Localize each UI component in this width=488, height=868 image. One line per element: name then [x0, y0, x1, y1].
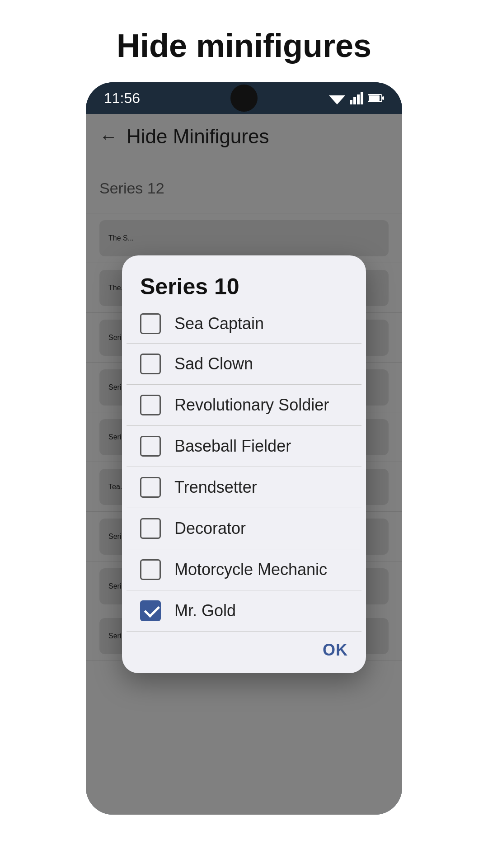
ok-button[interactable]: OK	[323, 641, 348, 660]
checkbox-sad-clown[interactable]	[140, 354, 161, 374]
dialog-item-mr-gold[interactable]: Mr. Gold	[127, 590, 361, 632]
status-icons	[329, 92, 384, 104]
checkbox-trendsetter[interactable]	[140, 477, 161, 498]
item-label-trendsetter: Trendsetter	[174, 478, 257, 497]
page-title: Hide minifigures	[18, 27, 470, 64]
dialog-item-trendsetter[interactable]: Trendsetter	[127, 467, 361, 508]
svg-rect-2	[353, 97, 356, 104]
svg-rect-1	[350, 100, 352, 104]
dialog-item-revolutionary-soldier[interactable]: Revolutionary Soldier	[127, 385, 361, 426]
phone-frame: 11:56 ← Hide Mini	[86, 82, 402, 815]
dialog-scroll-area[interactable]: Sea Captain Sad Clown Revolutionary Sold…	[122, 309, 366, 632]
dialog-item-sea-captain[interactable]: Sea Captain	[127, 309, 361, 344]
status-notch	[230, 85, 258, 112]
item-label-baseball-fielder: Baseball Fielder	[174, 437, 291, 456]
wifi-icon	[329, 92, 345, 104]
app-content: ← Hide Minifigures Series 12 The S... Th…	[86, 114, 402, 815]
dialog-item-baseball-fielder[interactable]: Baseball Fielder	[127, 426, 361, 467]
item-label-motorcycle-mechanic: Motorcycle Mechanic	[174, 560, 327, 579]
page-title-area: Hide minifigures	[0, 0, 488, 82]
checkbox-sea-captain[interactable]	[140, 313, 161, 334]
svg-rect-7	[382, 96, 384, 100]
item-label-revolutionary-soldier: Revolutionary Soldier	[174, 396, 329, 415]
checkbox-revolutionary-soldier[interactable]	[140, 395, 161, 415]
checkbox-motorcycle-mechanic[interactable]	[140, 559, 161, 580]
battery-icon	[368, 93, 384, 103]
item-label-decorator: Decorator	[174, 519, 246, 538]
dialog-item-decorator[interactable]: Decorator	[127, 508, 361, 549]
checkbox-baseball-fielder[interactable]	[140, 436, 161, 457]
item-label-mr-gold: Mr. Gold	[174, 601, 236, 620]
checkbox-mr-gold[interactable]	[140, 600, 161, 621]
minifigure-dialog: Series 10 Sea Captain Sad Clown Revoluti…	[122, 255, 366, 673]
dialog-item-motorcycle-mechanic[interactable]: Motorcycle Mechanic	[127, 549, 361, 590]
status-bar: 11:56	[86, 82, 402, 114]
dialog-footer: OK	[122, 632, 366, 673]
signal-icon	[350, 92, 363, 104]
svg-rect-4	[361, 92, 363, 104]
checkbox-decorator[interactable]	[140, 518, 161, 539]
svg-marker-0	[329, 95, 345, 104]
svg-rect-3	[357, 94, 360, 104]
item-label-sea-captain: Sea Captain	[174, 314, 264, 333]
dialog-title: Series 10	[122, 255, 366, 309]
dialog-item-sad-clown[interactable]: Sad Clown	[127, 344, 361, 385]
item-label-sad-clown: Sad Clown	[174, 354, 253, 373]
svg-rect-6	[369, 95, 380, 101]
status-time: 11:56	[104, 90, 140, 107]
